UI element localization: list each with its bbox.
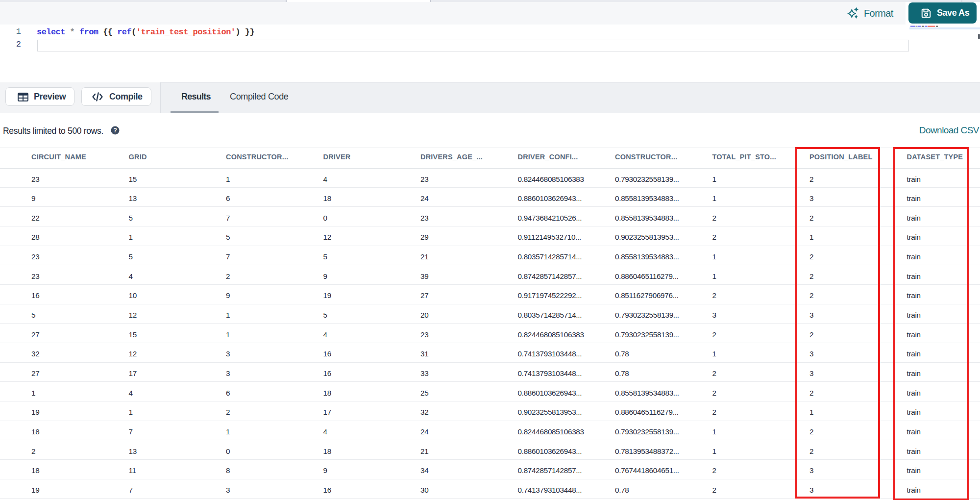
svg-text:?: ? [113,127,117,134]
